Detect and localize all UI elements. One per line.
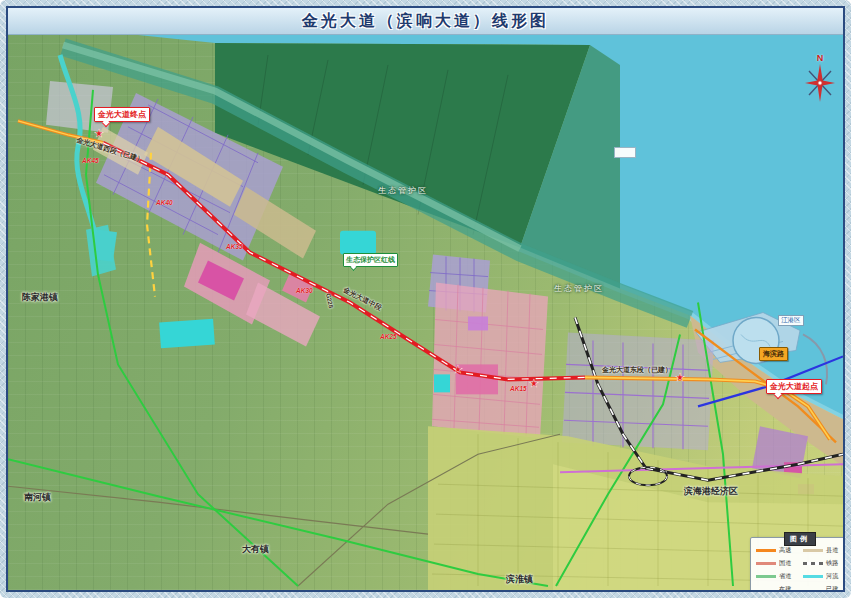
river-line-icon <box>803 575 823 578</box>
lake-rect-west <box>159 319 215 349</box>
legend-item: 在建路 <box>756 585 797 590</box>
county-road-line-icon <box>803 549 823 552</box>
reservoir-mid <box>340 231 376 255</box>
svg-text:★: ★ <box>675 371 685 383</box>
svg-text:★: ★ <box>529 377 539 389</box>
legend-item: 省道 <box>756 572 797 581</box>
svg-text:★: ★ <box>774 383 784 395</box>
compass-star-icon <box>803 63 837 103</box>
legend-item: 县道 <box>803 546 843 555</box>
national-road-line-icon <box>756 562 776 565</box>
compass-rose: N <box>800 53 840 107</box>
svg-text:★: ★ <box>453 363 463 375</box>
map-geography-layer: ★★★ ★★ <box>8 35 843 590</box>
compass-north-label: N <box>800 53 840 63</box>
legend-item: 国道 <box>756 559 797 568</box>
legend-item: 河流 <box>803 572 843 581</box>
planning-zone-pink-mid <box>432 283 548 439</box>
round-lagoon <box>733 317 779 363</box>
legend-grid: 高速 国道 省道 在建路 县道 铁路 河流 已建道路 <box>756 546 843 590</box>
legend-item: 已建道路 <box>803 585 843 590</box>
page-title: 金光大道（滨响大道）线形图 <box>302 11 549 32</box>
expressway-line-icon <box>756 549 776 552</box>
provincial-road-line-icon <box>756 575 776 578</box>
legend-item: 铁路 <box>803 559 843 568</box>
legend-title: 图例 <box>784 532 816 546</box>
map-canvas: ★★★ ★★ 金光大道终点 金光大道起点 生态保护区红线 海滨路 江港区 金光大… <box>8 35 843 590</box>
legend-item: 高速 <box>756 546 797 555</box>
map-sheet: 金光大道（滨响大道）线形图 <box>6 6 845 592</box>
title-bar: 金光大道（滨响大道）线形图 <box>8 8 843 35</box>
svg-text:★: ★ <box>94 127 104 139</box>
legend: 图例 高速 国道 省道 在建路 县道 铁路 河流 已建道路 <box>750 537 843 590</box>
railway-line-icon <box>803 562 823 565</box>
map-sheet-frame: 金光大道（滨响大道）线形图 <box>0 0 851 598</box>
